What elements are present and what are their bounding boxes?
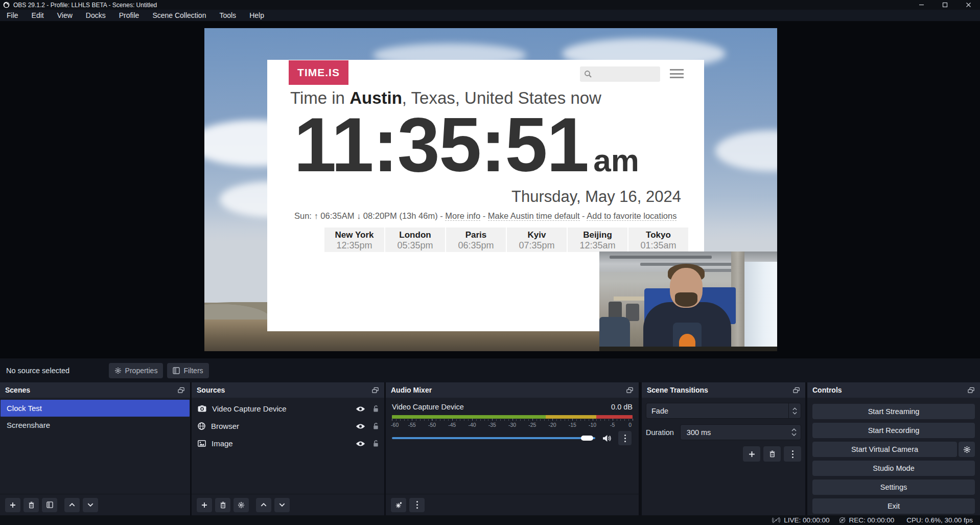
city-box: London05:35pm: [385, 227, 445, 252]
start-virtual-camera-button[interactable]: Start Virtual Camera: [812, 442, 957, 457]
gear-icon: [238, 501, 245, 509]
source-row-video-capture[interactable]: Video Capture Device: [192, 401, 384, 417]
live-timer: LIVE: 00:00:00: [784, 516, 829, 524]
mixer-db-value: 0.0 dB: [611, 403, 633, 411]
settings-button[interactable]: Settings: [812, 480, 975, 495]
source-row-browser[interactable]: Browser: [192, 418, 384, 434]
audio-mixer-header: Audio Mixer: [386, 382, 639, 398]
close-button[interactable]: [956, 0, 980, 10]
cloud-decor: [715, 130, 777, 171]
scene-item-screenshare[interactable]: Screenshare: [1, 417, 190, 433]
chevron-down-icon: [87, 503, 94, 507]
virtual-camera-settings-button[interactable]: [959, 442, 975, 457]
webcam-decor: [599, 347, 777, 351]
menu-profile[interactable]: Profile: [112, 10, 146, 21]
gear-icon: [963, 446, 971, 453]
image-icon: [198, 440, 206, 447]
mixer-item-menu-button[interactable]: [618, 431, 632, 445]
dock-area: Scenes Clock Test Screenshare Sources: [0, 382, 980, 515]
webcam-overlay[interactable]: [599, 252, 777, 351]
volume-slider[interactable]: [392, 437, 595, 439]
add-source-button[interactable]: [197, 498, 212, 512]
studio-mode-button[interactable]: Studio Mode: [812, 461, 975, 476]
popout-icon[interactable]: [177, 386, 185, 394]
titlebar: OBS 29.1.2 - Profile: LLHLS BETA - Scene…: [0, 0, 980, 10]
menu-help[interactable]: Help: [243, 10, 271, 21]
chevron-down-icon: [279, 503, 285, 507]
date-line: Thursday, May 16, 2024: [511, 188, 681, 206]
source-up-button[interactable]: [256, 498, 271, 512]
sun-info: Sun: ↑ 06:35AM ↓ 08:20PM (13h 46m) - Mor…: [294, 211, 676, 221]
maximize-button[interactable]: [933, 0, 956, 10]
scene-item-clock-test[interactable]: Clock Test: [1, 400, 190, 417]
controls-header: Controls: [807, 382, 980, 398]
audio-meter-scale: -60-55-50-45-40-35-30-25-20-15-10-50: [392, 421, 633, 428]
popout-icon[interactable]: [967, 386, 975, 394]
filters-button[interactable]: Filters: [167, 363, 209, 378]
start-recording-button[interactable]: Start Recording: [812, 423, 975, 438]
remove-scene-button[interactable]: [24, 498, 39, 512]
menu-scene-collection[interactable]: Scene Collection: [146, 10, 213, 21]
record-inactive-icon: [839, 517, 846, 523]
volume-slider-handle[interactable]: [581, 436, 593, 441]
menu-tools[interactable]: Tools: [213, 10, 243, 21]
source-row-image[interactable]: Image: [192, 436, 384, 451]
city-box: Kyiv07:35pm: [507, 227, 567, 252]
mixer-toolbar: [386, 494, 639, 515]
menu-file[interactable]: File: [0, 10, 25, 21]
camera-icon: [198, 405, 206, 412]
scene-down-button[interactable]: [83, 498, 98, 512]
filter-icon: [173, 367, 180, 374]
chevron-up-icon: [261, 503, 267, 507]
scene-list: Clock Test Screenshare: [0, 398, 190, 433]
city-box: Paris06:35pm: [446, 227, 506, 252]
lock-open-icon[interactable]: [372, 440, 379, 447]
no-source-label: No source selected: [6, 367, 69, 375]
scene-filters-button[interactable]: [42, 498, 57, 512]
mixer-menu-button[interactable]: [409, 498, 425, 512]
remove-source-button[interactable]: [215, 498, 230, 512]
scene-up-button[interactable]: [64, 498, 80, 512]
plus-icon: [749, 451, 755, 458]
volume-meter: [392, 415, 633, 419]
scenes-header: Scenes: [0, 382, 190, 398]
spinner-arrows-icon[interactable]: [791, 428, 797, 436]
transition-menu-button[interactable]: [784, 446, 801, 462]
remove-transition-button[interactable]: [763, 446, 781, 462]
duration-spinner[interactable]: 300 ms: [680, 424, 801, 440]
clock-time: 11:35:51: [294, 105, 588, 186]
add-scene-button[interactable]: [5, 498, 20, 512]
popout-icon[interactable]: [626, 386, 634, 394]
visibility-eye-icon[interactable]: [356, 406, 365, 412]
advanced-audio-button[interactable]: [391, 498, 406, 512]
source-properties-button[interactable]: [234, 498, 249, 512]
exit-button[interactable]: Exit: [812, 498, 975, 514]
webcam-decor: [744, 262, 777, 351]
lock-open-icon[interactable]: [372, 422, 379, 430]
video-canvas[interactable]: TIME.IS Time in Austin, Texas, United St…: [204, 28, 777, 351]
popout-icon[interactable]: [371, 386, 379, 394]
minimize-button[interactable]: [909, 0, 933, 10]
lock-open-icon[interactable]: [372, 405, 379, 413]
stream-inactive-icon: [772, 517, 780, 523]
visibility-eye-icon[interactable]: [356, 441, 365, 447]
menu-edit[interactable]: Edit: [25, 10, 51, 21]
obs-logo-icon: [3, 2, 10, 8]
add-transition-button[interactable]: [743, 446, 760, 462]
start-streaming-button[interactable]: Start Streaming: [812, 404, 975, 419]
mixer-source-label: Video Capture Device: [392, 403, 464, 411]
menu-view[interactable]: View: [51, 10, 79, 21]
audio-mixer-panel: Audio Mixer Video Capture Device 0.0 dB …: [386, 382, 639, 515]
popout-icon[interactable]: [792, 386, 800, 394]
speaker-icon[interactable]: [602, 435, 612, 442]
maximize-icon: [942, 2, 948, 8]
webcam-decor: [609, 302, 622, 319]
scenes-panel: Scenes Clock Test Screenshare: [0, 382, 190, 515]
visibility-eye-icon[interactable]: [356, 423, 365, 429]
source-down-button[interactable]: [274, 498, 290, 512]
transition-select[interactable]: Fade: [646, 403, 801, 419]
trash-icon: [220, 501, 226, 509]
properties-button[interactable]: Properties: [109, 363, 163, 378]
menu-docks[interactable]: Docks: [79, 10, 112, 21]
webcam-decor: [599, 317, 630, 348]
